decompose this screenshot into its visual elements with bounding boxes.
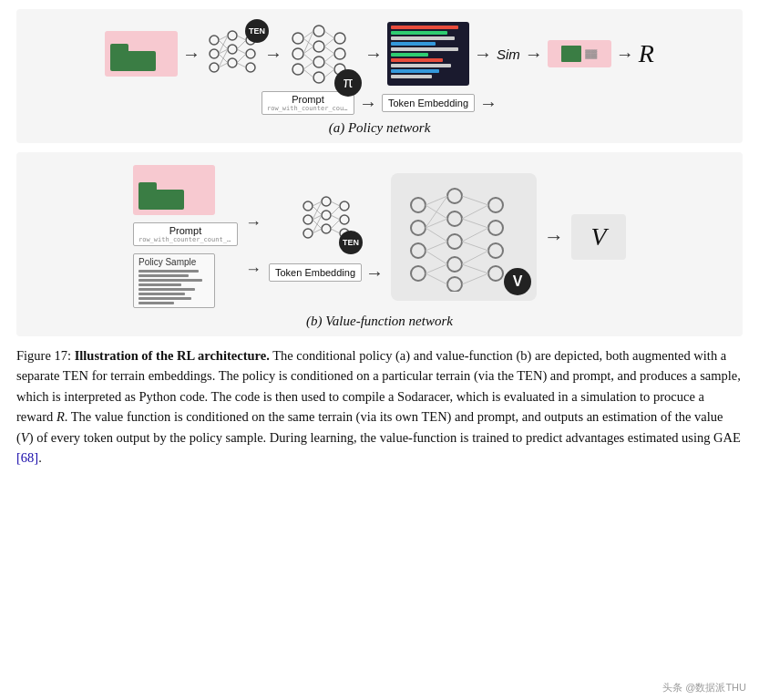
sim-label: Sim [497,46,520,62]
svg-point-49 [322,224,331,233]
policy-sample-lines [138,270,210,304]
svg-line-18 [237,49,246,54]
svg-point-45 [303,215,313,224]
svg-point-48 [322,211,331,220]
b-arrows-col: → → [245,195,262,279]
svg-line-43 [324,69,334,77]
svg-point-70 [447,211,462,226]
svg-point-4 [228,45,237,54]
svg-point-24 [313,26,324,36]
svg-point-7 [246,49,255,58]
svg-point-26 [313,57,324,67]
terrain-block-b [133,165,215,215]
figure-caption-text: Figure 17: Illustration of the RL archit… [16,345,743,468]
svg-line-38 [324,31,334,38]
svg-line-88 [462,205,488,219]
svg-point-71 [447,234,462,249]
svg-line-42 [324,62,334,69]
diagram-b-left-col: Prompt row_with_counter_count_water_repl… [133,165,238,308]
svg-point-3 [228,31,237,40]
diagram-b-inner: Prompt row_with_counter_count_water_repl… [26,165,733,308]
fig-text-3: ) of every token output by the policy sa… [29,430,741,445]
svg-point-67 [411,243,426,258]
fig-number: Figure 17: [16,348,71,363]
reward-text: ▓▓ [585,49,597,58]
v-badge-b: V [504,268,531,295]
svg-point-25 [313,41,324,52]
svg-point-66 [411,221,426,235]
token-embedding-b: Token Embedding [269,263,362,282]
arrow-token-b: → [365,263,384,282]
svg-line-39 [324,38,334,46]
svg-line-91 [462,242,488,251]
svg-line-61 [331,206,340,215]
prompt-subtext-a: row_with_counter_count_water_replica [267,105,349,112]
arrow-prompt-a: → [359,94,377,112]
fig-r-inline: R [56,409,65,424]
svg-line-41 [324,54,334,62]
ten-badge-a: TEN [245,19,269,43]
nn-small-a: TEN [205,26,260,81]
v-output-box: V [571,214,626,260]
svg-line-20 [237,63,246,67]
diagram-a-top-row: → [26,22,733,86]
svg-line-83 [426,242,447,251]
svg-line-92 [462,251,488,264]
prompt-label-b: Prompt [138,225,232,236]
svg-line-93 [462,264,488,273]
svg-point-68 [411,266,426,281]
svg-line-87 [462,196,488,205]
code-screenshot-a [387,22,469,86]
svg-line-35 [303,54,313,62]
nn-large-b-container: V [391,173,537,301]
svg-point-8 [246,63,255,72]
svg-line-60 [331,201,340,206]
svg-point-77 [488,266,503,281]
svg-point-74 [488,198,503,212]
arrow-3a: → [364,45,383,63]
svg-line-85 [426,264,447,273]
arrow-b1: → [245,213,262,232]
svg-line-82 [426,228,447,242]
arrow-b2: → [245,260,262,279]
diagram-b-section: Prompt row_with_counter_count_water_repl… [16,152,743,336]
ten-badge-b: TEN [339,231,363,254]
svg-line-55 [313,201,322,220]
svg-point-0 [210,36,219,45]
svg-line-36 [303,62,313,69]
arrow-token-a: → [479,94,497,112]
arrow-2a: → [264,45,282,63]
b-middle-col: TEN Token Embedding → [269,192,384,282]
svg-point-46 [303,229,313,238]
prompt-subtext-b: row_with_counter_count_water_replica [138,236,232,243]
token-embedding-a: Token Embedding [382,94,475,112]
nn-medium-a: π [287,22,351,86]
svg-point-50 [340,201,349,211]
svg-line-89 [462,219,488,228]
svg-point-5 [228,58,237,67]
svg-point-73 [447,277,462,292]
svg-line-94 [462,273,488,284]
svg-line-90 [462,228,488,242]
svg-point-69 [447,189,462,203]
svg-point-65 [411,198,426,212]
r-symbol-a: R [639,39,654,68]
svg-line-62 [331,215,340,220]
svg-point-23 [292,64,303,75]
pi-badge-a: π [334,69,362,97]
svg-line-63 [331,220,340,229]
svg-point-51 [340,215,349,224]
watermark: 头条 @数据派THU [662,678,746,695]
prompt-box-b: Prompt row_with_counter_count_water_repl… [133,222,238,246]
nn-small-b: TEN [299,192,354,247]
svg-point-75 [488,221,503,235]
arrow-5a: → [525,45,543,63]
arrow-to-v: → [544,227,564,247]
svg-line-14 [219,49,228,67]
terrain-block-a [105,31,178,77]
watermark-text: 头条 @数据派THU [662,682,746,693]
token-emb-row-b: Token Embedding → [269,263,384,282]
svg-point-21 [292,33,303,44]
policy-sample-box-b: Policy Sample [133,253,215,308]
svg-line-19 [237,54,246,63]
